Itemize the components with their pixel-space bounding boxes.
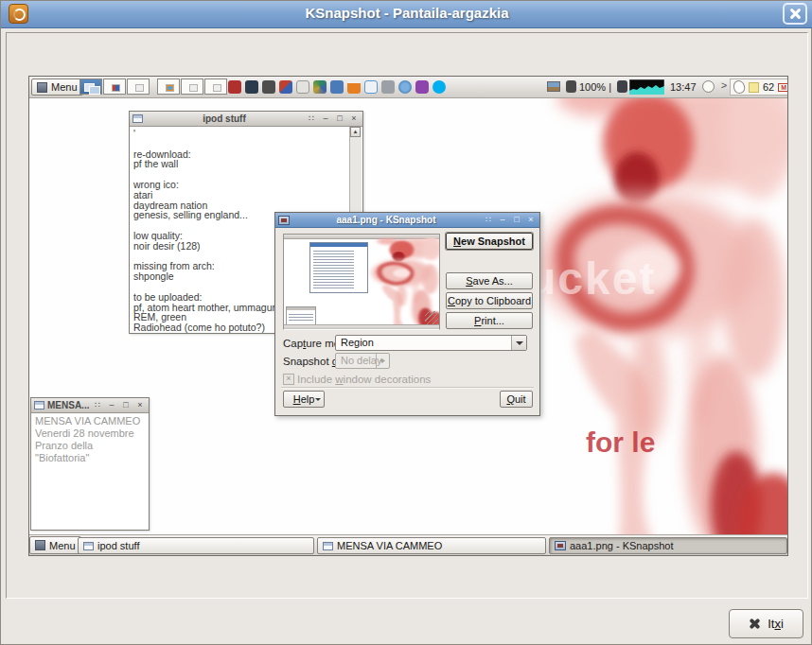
mensa-note-window: MENSA...MMEO ∷ – □ × MENSA VIA CAMMEO Ve… (30, 397, 150, 531)
snapshot-preview[interactable] (283, 234, 440, 330)
panel-menu-label: Menu (51, 81, 78, 93)
new-snapshot-button[interactable]: New Snapshot (446, 233, 533, 250)
web-browser-icon[interactable] (398, 80, 412, 94)
spinner-buttons (376, 354, 389, 368)
mixer-icon[interactable] (617, 80, 627, 93)
taskbar-item-ipod[interactable]: ipod stuff (78, 537, 314, 554)
capture-mode-value: Region (341, 337, 374, 348)
mouse-gesture-icon[interactable] (732, 78, 747, 95)
ipod-window-titlebar[interactable]: ipod stuff ∷ – □ × (130, 112, 362, 127)
task-label: ipod stuff (97, 540, 139, 551)
itxi-close-button[interactable]: Itxi (729, 609, 803, 638)
close-x-icon (749, 618, 761, 630)
scroll-up-button[interactable]: ▲ (350, 127, 361, 137)
photo-icon[interactable] (547, 81, 560, 92)
pager-desktop-4[interactable] (157, 78, 180, 95)
window-close-button[interactable] (783, 3, 807, 25)
terminal-icon[interactable] (262, 80, 275, 94)
desktop-panel: Menu (29, 77, 787, 98)
quit-button[interactable]: Quit (500, 391, 533, 408)
note-icon (83, 542, 94, 550)
task-label: MENSA VIA CAMMEO (337, 540, 442, 551)
maximize-button[interactable]: □ (511, 215, 522, 226)
quick-launch-bar (228, 80, 446, 94)
combo-arrow-button[interactable] (511, 336, 526, 350)
watermark-slogan: for le (586, 427, 655, 459)
mensa-note-text[interactable]: MENSA VIA CAMMEO Venerdi 28 novembre Pra… (31, 413, 149, 466)
itxi-label: Itxi (768, 617, 784, 631)
kget-icon[interactable] (228, 80, 241, 94)
taskbar-item-mensa[interactable]: MENSA VIA CAMMEO (317, 537, 546, 554)
skype-icon[interactable] (432, 80, 446, 94)
knotes-icon[interactable] (749, 82, 759, 93)
close-button[interactable]: × (134, 400, 146, 411)
copy-to-clipboard-button[interactable]: Copy to Clipboard (446, 292, 533, 309)
desktop-taskbar: Menu ipod stuff MENSA VIA CAMMEO aaa1.pn… (29, 534, 787, 556)
note-window-icon (132, 114, 143, 123)
system-tray: 62 M (730, 78, 788, 96)
chat-icon[interactable] (415, 80, 429, 94)
mail-icon[interactable]: M (778, 83, 788, 92)
watermark-text: ucket (528, 253, 656, 305)
note-count: 62 (763, 81, 774, 93)
taskbar-item-ksnapshot[interactable]: aaa1.png - KSnapshot (549, 537, 787, 554)
pager-desktop-1[interactable] (79, 78, 102, 95)
minimize-button[interactable]: – (320, 113, 331, 125)
close-button[interactable]: × (525, 215, 537, 226)
minimize-button[interactable]: – (497, 215, 508, 226)
close-icon (789, 8, 802, 20)
window-title: KSnapshot - Pantaila-argazkia (1, 5, 812, 21)
menu-icon (35, 540, 45, 550)
spin-down-icon (380, 360, 385, 366)
capture-mode-select[interactable]: Region (335, 335, 527, 351)
note-window-icon (34, 401, 44, 410)
dialog-title: aaa1.png - KSnapshot (292, 215, 480, 225)
phone-icon[interactable] (245, 80, 258, 94)
ksnapshot-window: KSnapshot - Pantaila-argazkia (0, 0, 812, 645)
pager-desktop-5[interactable] (181, 78, 203, 95)
clock-icon[interactable] (702, 80, 715, 93)
ksnapshot-icon (278, 216, 290, 225)
resize-grip[interactable] (425, 311, 438, 324)
pin-button[interactable]: ∷ (306, 113, 317, 125)
maximize-button[interactable]: □ (120, 400, 132, 411)
red-smoke-artwork (506, 77, 787, 555)
media-player-icon[interactable] (279, 80, 292, 94)
screen-magnifier-icon[interactable] (330, 80, 344, 94)
system-monitor-graph[interactable] (629, 79, 664, 95)
ksnapshot-icon (555, 541, 566, 550)
ipod-window-title: ipod stuff (146, 113, 303, 124)
taskbar-menu-button[interactable]: Menu (29, 536, 81, 554)
include-decorations-label: Include window decorations (297, 374, 431, 385)
bluetooth-icon[interactable] (364, 80, 378, 94)
close-button[interactable]: × (348, 113, 360, 125)
print-button[interactable]: Print... (446, 312, 533, 329)
desktop-pager (79, 78, 227, 95)
panel-menu-button[interactable]: Menu (31, 78, 83, 96)
user-icon[interactable] (566, 80, 576, 93)
mini-taskbar (284, 324, 439, 329)
volume-label: 100% | (579, 81, 611, 93)
dialog-titlebar[interactable]: aaa1.png - KSnapshot ∷ – □ × (275, 213, 539, 228)
snapshot-delay-spinner: No delay (335, 353, 390, 369)
mensa-window-titlebar[interactable]: MENSA...MMEO ∷ – □ × (31, 398, 149, 413)
dialog-separator (281, 387, 534, 389)
menu-icon (37, 82, 47, 93)
save-as-button[interactable]: Save As... (446, 272, 533, 289)
pda-icon[interactable] (381, 80, 395, 94)
chevron-down-icon (315, 398, 321, 404)
pin-button[interactable]: ∷ (92, 400, 103, 411)
pager-desktop-3[interactable] (127, 78, 150, 95)
presentation-icon[interactable] (296, 80, 309, 94)
pin-button[interactable]: ∷ (483, 215, 494, 226)
pager-desktop-6[interactable] (204, 78, 227, 95)
maximize-button[interactable]: □ (334, 113, 345, 125)
task-label: aaa1.png - KSnapshot (570, 540, 673, 551)
pager-desktop-2[interactable] (103, 78, 126, 95)
pinwheel-icon[interactable] (313, 80, 327, 94)
help-button[interactable]: Help (283, 391, 325, 408)
window-titlebar: KSnapshot - Pantaila-argazkia (1, 1, 812, 28)
tray-expander[interactable]: > (719, 79, 729, 95)
minimize-button[interactable]: – (106, 400, 117, 411)
vlc-icon[interactable] (347, 80, 361, 94)
